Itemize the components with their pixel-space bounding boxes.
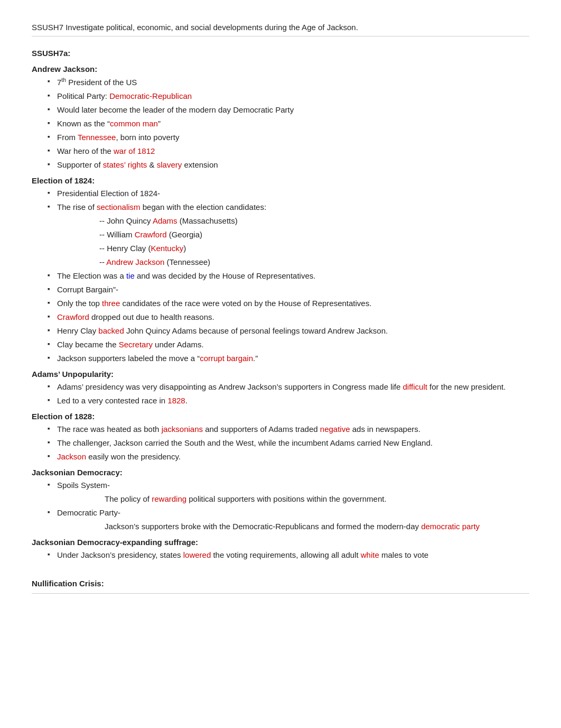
- white: white: [361, 550, 379, 559]
- corrupt-bargain: corrupt bargain: [200, 354, 253, 363]
- nullification-crisis-heading: Nullification Crisis:: [32, 577, 529, 590]
- section-election-1824: Election of 1824: Presidential Election …: [32, 174, 529, 365]
- section-election-1828: Election of 1828: The race was heated as…: [32, 410, 529, 463]
- ssush7a-label: SSUSH7a:: [32, 47, 529, 60]
- backed: backed: [98, 326, 124, 335]
- expanding-suffrage-heading: Jacksonian Democracy-expanding suffrage:: [32, 536, 529, 549]
- list-item: Supporter of states’ rights & slavery ex…: [48, 159, 529, 171]
- list-item: 7th President of the US: [48, 76, 529, 89]
- list-item: Jackson supporters labeled the move a “c…: [48, 352, 529, 365]
- kentucky: Kentucky: [151, 244, 184, 253]
- jackson-won: Jackson: [57, 452, 86, 461]
- list-item: Clay became the Secretary under Adams.: [48, 338, 529, 351]
- list-item: Would later become the leader of the mod…: [48, 104, 529, 116]
- election-1824-heading: Election of 1824:: [32, 174, 529, 187]
- war-1812: war of 1812: [114, 146, 155, 155]
- list-item: -- William Crawford (Georgia): [99, 228, 529, 241]
- jacksonians: jacksonians: [162, 425, 203, 434]
- lowered: lowered: [183, 550, 211, 559]
- nullification-crisis-section: Nullification Crisis:: [32, 577, 529, 594]
- list-item: Known as the “common man”: [48, 117, 529, 130]
- common-man: common man: [110, 119, 158, 128]
- list-item: Led to a very contested race in 1828.: [48, 394, 529, 407]
- andrew-jackson-candidate: Andrew Jackson: [106, 257, 164, 266]
- candidates-list: -- John Quincy Adams (Massachusetts) -- …: [57, 215, 529, 269]
- section-jacksonian-democracy: Jacksonian Democracy: Spoils System- The…: [32, 466, 529, 533]
- list-item: Henry Clay backed John Quincy Adams beca…: [48, 325, 529, 337]
- list-item: The challenger, Jackson carried the Sout…: [48, 437, 529, 449]
- list-item: -- Henry Clay (Kentucky): [99, 242, 529, 255]
- list-item: Democratic Party- Jackson’s supporters b…: [48, 506, 529, 533]
- list-item: The race was heated as both jacksonians …: [48, 423, 529, 436]
- section-adams-unpopularity: Adams’ Unpopularity: Adams’ presidency w…: [32, 368, 529, 407]
- tennessee: Tennessee: [78, 133, 116, 142]
- slavery: slavery: [157, 160, 182, 169]
- states-rights: states’ rights: [103, 160, 147, 169]
- page-wrapper: SSUSH7 Investigate political, economic, …: [32, 21, 529, 594]
- secretary: Secretary: [119, 340, 153, 349]
- crawford-dropped: Crawford: [57, 312, 89, 321]
- list-item: War hero of the war of 1812: [48, 145, 529, 158]
- difficult: difficult: [403, 382, 427, 391]
- negative: negative: [320, 425, 350, 434]
- list-item: Political Party: Democratic-Republican: [48, 90, 529, 103]
- list-item: Adams’ presidency was very disappointing…: [48, 381, 529, 393]
- sectionalism: sectionalism: [97, 202, 141, 211]
- adams: Adams: [153, 216, 177, 225]
- election-1828-list: The race was heated as both jacksonians …: [32, 423, 529, 463]
- three: three: [102, 299, 120, 308]
- list-item: Spoils System- The policy of rewarding p…: [48, 479, 529, 505]
- list-item: Jackson easily won the presidency.: [48, 450, 529, 463]
- andrew-jackson-list: 7th President of the US Political Party:…: [32, 76, 529, 171]
- list-item: Corrupt Bargain”-: [48, 283, 529, 296]
- section-expanding-suffrage: Jacksonian Democracy-expanding suffrage:…: [32, 536, 529, 561]
- election-1828-heading: Election of 1828:: [32, 410, 529, 423]
- list-item: The rise of sectionalism began with the …: [48, 201, 529, 269]
- adams-unpopularity-heading: Adams’ Unpopularity:: [32, 368, 529, 381]
- list-item: From Tennessee, born into poverty: [48, 131, 529, 144]
- jacksonian-democracy-heading: Jacksonian Democracy:: [32, 466, 529, 479]
- crawford: Crawford: [135, 230, 167, 239]
- list-item: Crawford dropped out due to health reaso…: [48, 311, 529, 324]
- year-1828: 1828: [167, 396, 185, 405]
- jacksonian-democracy-list: Spoils System- The policy of rewarding p…: [32, 479, 529, 533]
- election-1824-list: Presidential Election of 1824- The rise …: [32, 187, 529, 365]
- rewarding: rewarding: [152, 494, 186, 503]
- section-ssush7a: SSUSH7a: Andrew Jackson: 7th President o…: [32, 47, 529, 171]
- tie: tie: [126, 271, 135, 280]
- democratic-party: democratic party: [421, 522, 480, 531]
- andrew-jackson-heading: Andrew Jackson:: [32, 63, 529, 76]
- list-item: Under Jackson’s presidency, states lower…: [48, 549, 529, 561]
- page-title: SSUSH7 Investigate political, economic, …: [32, 21, 529, 36]
- title-text: SSUSH7 Investigate political, economic, …: [32, 23, 358, 32]
- adams-unpopularity-list: Adams’ presidency was very disappointing…: [32, 381, 529, 407]
- list-item: -- Andrew Jackson (Tennessee): [99, 256, 529, 269]
- list-item: -- John Quincy Adams (Massachusetts): [99, 215, 529, 227]
- spoils-system-detail: The policy of rewarding political suppor…: [57, 493, 529, 505]
- political-party: Democratic-Republican: [109, 91, 192, 100]
- list-item: The Election was a tie and was decided b…: [48, 270, 529, 282]
- democratic-party-detail: Jackson’s supporters broke with the Demo…: [57, 520, 529, 533]
- list-item: Presidential Election of 1824-: [48, 187, 529, 200]
- expanding-suffrage-list: Under Jackson’s presidency, states lower…: [32, 549, 529, 561]
- list-item: Only the top three candidates of the rac…: [48, 297, 529, 310]
